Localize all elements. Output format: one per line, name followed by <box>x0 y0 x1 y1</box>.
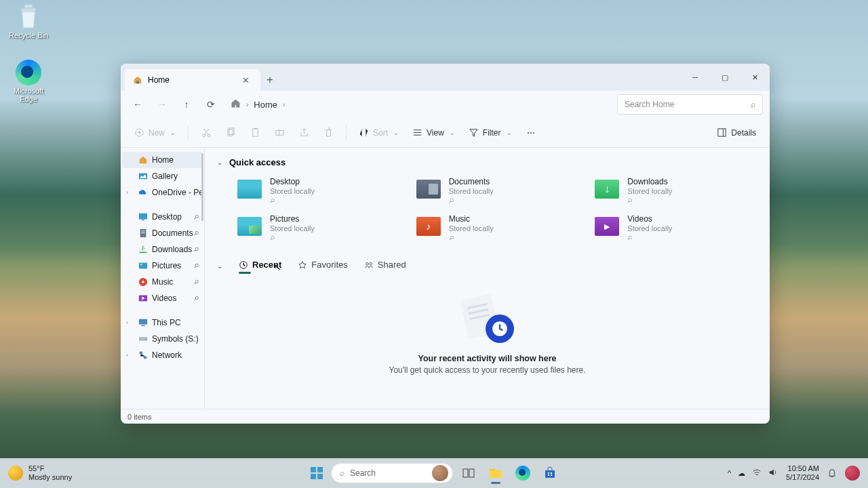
home-icon <box>133 75 142 85</box>
maximize-button[interactable]: ▢ <box>710 64 740 91</box>
quick-access-music[interactable]: Music Stored locally ⚲ <box>414 210 579 246</box>
sidebar-item-network[interactable]: › Network <box>122 347 203 363</box>
search-input[interactable]: Search Home ⌕ <box>617 94 763 115</box>
sidebar-item-pictures[interactable]: Pictures ⚲ <box>122 258 203 274</box>
wifi-icon[interactable] <box>752 468 762 479</box>
pin-icon: ⚲ <box>268 197 276 205</box>
up-button[interactable]: ↑ <box>176 94 197 115</box>
pin-icon: ⚲ <box>192 229 200 237</box>
cut-button[interactable] <box>195 124 217 141</box>
sidebar-item-onedrive[interactable]: › OneDrive - Perso <box>122 184 203 201</box>
tab-recent[interactable]: Recent <box>239 260 281 272</box>
delete-button[interactable] <box>317 124 339 141</box>
forward-button[interactable]: → <box>152 94 172 115</box>
quick-access-downloads[interactable]: Downloads Stored locally ⚲ <box>592 173 757 209</box>
new-tab-button[interactable]: + <box>260 69 279 91</box>
edge-label: Microsoft Edge <box>4 87 53 103</box>
view-button[interactable]: View⌄ <box>407 124 460 141</box>
breadcrumb-home[interactable]: Home <box>254 100 277 110</box>
recycle-bin-icon <box>15 3 42 30</box>
sidebar-item-symbols[interactable]: Symbols (S:) <box>122 331 203 347</box>
weather-widget[interactable]: 55°F Mostly sunny <box>8 464 157 481</box>
sidebar-item-videos[interactable]: Videos ⚲ <box>122 290 203 306</box>
content-pane: ⌄ Quick access Desktop Stored locally ⚲ <box>205 148 770 409</box>
svg-rect-15 <box>141 232 144 233</box>
pin-icon: ⚲ <box>192 245 200 253</box>
sidebar-item-documents[interactable]: Documents ⚲ <box>122 225 203 241</box>
system-tray[interactable]: ^ ☁ <box>728 468 778 479</box>
onedrive-tray-icon[interactable]: ☁ <box>738 469 745 478</box>
close-button[interactable]: ✕ <box>740 64 770 91</box>
navigation-pane: Home Gallery › OneDrive - Perso Desktop … <box>121 148 205 409</box>
toolbar: New⌄ Sort⌄ View⌄ Filter⌄ ⋯ <box>121 118 770 148</box>
tab-home[interactable]: Home ✕ <box>125 69 260 91</box>
svg-rect-6 <box>252 129 258 136</box>
tab-shared[interactable]: Shared <box>364 260 406 272</box>
svg-rect-37 <box>469 469 474 477</box>
microsoft-edge[interactable]: Microsoft Edge <box>4 60 53 103</box>
videos-icon <box>138 293 148 303</box>
clock-icon <box>486 314 514 343</box>
sidebar-item-downloads[interactable]: Downloads ⚲ <box>122 241 203 258</box>
sidebar-item-home[interactable]: Home <box>122 152 203 168</box>
breadcrumb[interactable]: › Home › <box>225 94 613 115</box>
search-placeholder: Search Home <box>625 100 674 109</box>
filter-button[interactable]: Filter⌄ <box>463 124 517 141</box>
folder-icon <box>595 217 619 236</box>
sidebar-item-thispc[interactable]: › This PC <box>122 314 203 331</box>
svg-rect-12 <box>142 220 144 221</box>
svg-rect-8 <box>275 131 283 136</box>
share-button[interactable] <box>293 124 315 141</box>
sort-button[interactable]: Sort⌄ <box>353 124 404 141</box>
start-button[interactable] <box>307 463 327 483</box>
more-button[interactable]: ⋯ <box>520 125 542 141</box>
tab-title: Home <box>148 75 234 85</box>
quick-access-pictures[interactable]: Pictures Stored locally ⚲ <box>235 210 400 246</box>
folder-icon <box>237 180 262 199</box>
tab-close-button[interactable]: ✕ <box>239 74 252 87</box>
refresh-button[interactable]: ⟳ <box>201 94 221 115</box>
taskbar-clock[interactable]: 10:50 AM 5/17/2024 <box>786 464 819 481</box>
home-icon <box>231 98 241 110</box>
rename-button[interactable] <box>269 124 290 141</box>
taskbar-store[interactable] <box>538 462 561 485</box>
sidebar-item-music[interactable]: Music ⚲ <box>122 274 203 290</box>
pin-icon: ⚲ <box>192 262 200 270</box>
back-button[interactable]: ← <box>127 94 148 115</box>
quick-access-desktop[interactable]: Desktop Stored locally ⚲ <box>235 173 400 209</box>
chevron-down-icon[interactable]: ⌄ <box>217 159 222 166</box>
volume-icon[interactable] <box>768 468 778 479</box>
minimize-button[interactable]: ─ <box>680 64 710 91</box>
sidebar-item-desktop[interactable]: Desktop ⚲ <box>122 209 203 225</box>
taskbar-edge[interactable] <box>511 462 534 485</box>
chevron-down-icon[interactable]: ⌄ <box>217 262 222 270</box>
recycle-bin[interactable]: Recycle Bin <box>4 3 53 39</box>
tab-favorites[interactable]: Favorites <box>298 260 347 272</box>
copy-button[interactable] <box>220 124 241 141</box>
svg-rect-27 <box>144 357 146 359</box>
svg-rect-26 <box>140 352 142 354</box>
new-button[interactable]: New⌄ <box>129 124 181 141</box>
taskbar-search[interactable]: ⌕ Search <box>331 463 453 483</box>
paste-button[interactable] <box>244 124 266 141</box>
quick-access-documents[interactable]: Documents Stored locally ⚲ <box>414 173 579 209</box>
quick-access-videos[interactable]: Videos Stored locally ⚲ <box>592 210 757 246</box>
svg-point-25 <box>146 338 147 340</box>
pin-icon: ⚲ <box>447 197 455 205</box>
chevron-up-icon[interactable]: ^ <box>728 469 731 477</box>
task-view-button[interactable] <box>457 462 480 485</box>
pin-icon: ⚲ <box>192 278 200 286</box>
quick-access-header[interactable]: ⌄ Quick access <box>217 155 757 173</box>
taskbar-file-explorer[interactable] <box>484 462 507 485</box>
pictures-icon <box>138 261 148 270</box>
account-icon[interactable] <box>845 466 860 481</box>
folder-icon <box>595 180 619 199</box>
pin-icon: ⚲ <box>268 234 276 242</box>
item-count: 0 items <box>127 413 151 421</box>
notifications-icon[interactable] <box>827 468 837 479</box>
details-button[interactable]: Details <box>711 124 762 141</box>
svg-rect-0 <box>24 5 32 7</box>
sidebar-item-gallery[interactable]: Gallery <box>122 168 203 184</box>
svg-rect-16 <box>140 252 147 253</box>
svg-point-30 <box>370 262 372 265</box>
